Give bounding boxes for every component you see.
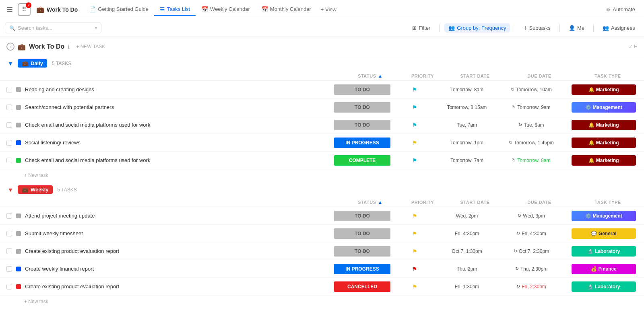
- table-row[interactable]: Social listening/ reviews IN PROGRESS ⚑ …: [0, 134, 644, 152]
- task-name-1-3: Create weekly financial report: [25, 266, 94, 272]
- task-type-badge-0-4: 🔔 Marketing: [572, 155, 636, 166]
- task-row-left-1-3: Create weekly financial report: [0, 266, 330, 272]
- task-checkbox-0-3[interactable]: [6, 140, 12, 146]
- task-priority-cell-0-1[interactable]: ⚑: [394, 104, 435, 111]
- task-priority-cell-0-2[interactable]: ⚑: [394, 122, 435, 128]
- group-header-daily: ▼ 💼 Daily 5 TASKS: [0, 55, 644, 72]
- task-status-cell-0-2[interactable]: TO DO: [330, 120, 394, 130]
- new-task-button[interactable]: + NEW TASK: [73, 43, 108, 50]
- hide-icon[interactable]: ✓ H: [629, 44, 638, 49]
- task-type-cell-1-2[interactable]: 🔬 Laboratory: [564, 246, 644, 257]
- task-checkbox-1-0[interactable]: [6, 213, 12, 219]
- priority-flag-0-1: ⚑: [412, 104, 417, 111]
- tab-weekly-calendar[interactable]: 📅 Weekly Calendar: [196, 4, 256, 16]
- automate-button[interactable]: ☺ Automate: [600, 4, 641, 15]
- col-header-status-daily[interactable]: STATUS ▲: [338, 73, 402, 79]
- task-type-cell-1-3[interactable]: 💰 Finance: [564, 264, 644, 274]
- task-name-0-2: Check email and social media platforms u…: [25, 122, 150, 128]
- task-status-cell-0-3[interactable]: IN PROGRESS: [330, 138, 394, 148]
- project-collapse-button[interactable]: ○: [6, 43, 14, 51]
- group-badge-weekly[interactable]: 💼 Weekly: [18, 185, 53, 194]
- table-row[interactable]: Check email and social media platforms u…: [0, 152, 644, 169]
- filter-button[interactable]: ⊞ Filter: [408, 23, 434, 33]
- task-priority-cell-1-1[interactable]: ⚑: [394, 230, 435, 237]
- col-header-status-weekly[interactable]: STATUS ▲: [338, 199, 402, 205]
- table-row[interactable]: Search/connect with potential partners T…: [0, 99, 644, 116]
- table-row[interactable]: Submit weekly timesheet TO DO ⚑ Fri, 4:3…: [0, 225, 644, 242]
- task-status-cell-1-0[interactable]: TO DO: [330, 211, 394, 221]
- group-label-daily: Daily: [31, 60, 43, 66]
- table-header-weekly: STATUS ▲ PRIORITY START DATE DUE DATE TA…: [0, 198, 644, 207]
- task-type-badge-0-1: ⚙️ Management: [572, 102, 636, 113]
- project-header-info-icon[interactable]: ℹ: [68, 44, 70, 50]
- task-status-cell-0-0[interactable]: TO DO: [330, 84, 394, 95]
- tab-getting-started[interactable]: 📄 Getting Started Guide: [83, 4, 154, 16]
- group-tasks-count-weekly: 5 TASKS: [58, 187, 77, 193]
- task-checkbox-1-3[interactable]: [6, 266, 12, 272]
- task-type-cell-0-4[interactable]: 🔔 Marketing: [564, 155, 644, 166]
- search-box[interactable]: 🔍 Search tasks... ▾: [5, 23, 101, 33]
- table-row[interactable]: Create weekly financial report IN PROGRE…: [0, 260, 644, 278]
- task-status-cell-1-2[interactable]: TO DO: [330, 246, 394, 257]
- task-due-date-1-0: ↻ Wed, 3pm: [499, 213, 564, 219]
- task-type-cell-1-0[interactable]: ⚙️ Management: [564, 211, 644, 221]
- group-header-weekly: ▼ 💼 Weekly 5 TASKS: [0, 181, 644, 198]
- group-badge-daily[interactable]: 💼 Daily: [18, 59, 47, 68]
- table-row[interactable]: Check email and social media platforms u…: [0, 116, 644, 134]
- menu-icon[interactable]: ☰: [3, 3, 16, 16]
- task-type-cell-1-1[interactable]: 💬 General: [564, 228, 644, 239]
- priority-flag-1-4: ⚑: [412, 283, 417, 290]
- task-status-cell-0-1[interactable]: TO DO: [330, 102, 394, 113]
- task-color-dot-1-1: [16, 231, 21, 236]
- task-status-badge-1-4: CANCELLED: [334, 281, 390, 292]
- task-priority-cell-1-4[interactable]: ⚑: [394, 283, 435, 290]
- task-priority-cell-1-3[interactable]: ⚑: [394, 266, 435, 272]
- table-row[interactable]: Reading and creating designs TO DO ⚑ Tom…: [0, 81, 644, 99]
- new-task-button-weekly[interactable]: + New task: [0, 296, 644, 308]
- task-priority-cell-1-0[interactable]: ⚑: [394, 213, 435, 219]
- search-icon: 🔍: [9, 25, 15, 31]
- task-type-cell-0-3[interactable]: 🔔 Marketing: [564, 138, 644, 148]
- task-checkbox-0-1[interactable]: [6, 105, 12, 110]
- assignees-icon: 👥: [603, 25, 609, 31]
- assignees-button[interactable]: 👥 Assignees: [599, 23, 639, 33]
- task-type-cell-0-2[interactable]: 🔔 Marketing: [564, 120, 644, 130]
- table-row[interactable]: Attend project meeting update TO DO ⚑ We…: [0, 207, 644, 225]
- tab-tasks-list[interactable]: ☰ Tasks List: [154, 4, 196, 16]
- task-priority-cell-1-2[interactable]: ⚑: [394, 248, 435, 255]
- task-status-cell-1-1[interactable]: TO DO: [330, 228, 394, 239]
- task-status-cell-1-4[interactable]: CANCELLED: [330, 281, 394, 292]
- task-checkbox-1-1[interactable]: [6, 231, 12, 236]
- task-priority-cell-0-0[interactable]: ⚑: [394, 86, 435, 93]
- me-button[interactable]: 👤 Me: [565, 23, 588, 33]
- task-name-0-4: Check email and social media platforms u…: [25, 157, 150, 163]
- task-checkbox-0-4[interactable]: [6, 158, 12, 163]
- task-checkbox-1-4[interactable]: [6, 284, 12, 289]
- task-row-left-1-4: Create existing product evaluation repor…: [0, 283, 330, 289]
- apps-icon[interactable]: ⠿ 9: [18, 3, 31, 16]
- group-by-button[interactable]: 👥 Group by: Frequency: [444, 23, 510, 33]
- task-type-cell-0-1[interactable]: ⚙️ Management: [564, 102, 644, 113]
- tab-monthly-calendar[interactable]: 📅 Monthly Calendar: [256, 4, 317, 16]
- task-status-cell-1-3[interactable]: IN PROGRESS: [330, 264, 394, 274]
- subtasks-icon: ⤵: [524, 25, 527, 31]
- add-view-button[interactable]: + View: [317, 4, 341, 15]
- task-type-cell-0-0[interactable]: 🔔 Marketing: [564, 84, 644, 95]
- group-collapse-weekly[interactable]: ▼: [6, 186, 14, 194]
- task-checkbox-0-0[interactable]: [6, 87, 12, 92]
- group-collapse-daily[interactable]: ▼: [6, 60, 14, 68]
- table-row[interactable]: Create existing product evaluation repor…: [0, 278, 644, 296]
- project-name-button[interactable]: 💼 Work To Do: [32, 4, 82, 15]
- subtasks-button[interactable]: ⤵ Subtasks: [520, 23, 554, 33]
- priority-flag-0-3: ⚑: [412, 140, 417, 146]
- task-checkbox-1-2[interactable]: [6, 248, 12, 254]
- due-date-recur-icon-0-1: ↻: [512, 105, 516, 110]
- task-priority-cell-0-3[interactable]: ⚑: [394, 140, 435, 146]
- task-priority-cell-0-4[interactable]: ⚑: [394, 157, 435, 164]
- task-type-cell-1-4[interactable]: 🔬 Laboratory: [564, 281, 644, 292]
- table-row[interactable]: Create existing product evaluation repor…: [0, 242, 644, 260]
- task-status-cell-0-4[interactable]: COMPLETE: [330, 155, 394, 166]
- new-task-button-daily[interactable]: + New task: [0, 169, 644, 181]
- task-checkbox-0-2[interactable]: [6, 122, 12, 128]
- project-header-title: Work To Do: [29, 43, 64, 50]
